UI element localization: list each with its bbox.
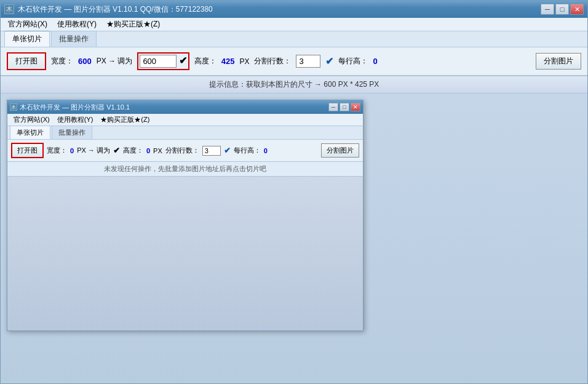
inner-area: 木 木石软件开发 — 图片分割器 V1.10.1 ─ □ ✕ 官方网站(X) 使… [1,94,587,383]
outer-menu-bar: 官方网站(X) 使用教程(Y) ★购买正版★(Z) [1,18,587,31]
outer-title-icon: 木 [4,4,14,14]
inner-row-height-label: 每行高： [234,146,261,155]
outer-menu-website[interactable]: 官方网站(X) [3,18,52,31]
inner-minimize-button[interactable]: ─ [328,103,338,111]
outer-window: 木 木石软件开发 — 图片分割器 V1.10.1 QQ/微信：577122380… [0,0,588,384]
outer-minimize-button[interactable]: ─ [541,4,554,15]
outer-row-height-value: 0 [373,57,377,66]
inner-title-left: 木 木石软件开发 — 图片分割器 V1.10.1 [10,103,130,112]
outer-width-value: 600 [78,57,92,66]
inner-menu-bar: 官方网站(X) 使用教程(Y) ★购买正版★(Z) [7,114,363,126]
outer-width-input[interactable] [140,55,177,68]
inner-menu-website[interactable]: 官方网站(X) [10,114,54,125]
outer-title-bar: 木 木石软件开发 — 图片分割器 V1.10.1 QQ/微信：577122380… [1,1,587,18]
outer-px-arrow: PX → 调为 [97,56,133,66]
outer-title-text: 木石软件开发 — 图片分割器 V1.10.1 QQ/微信：577122380 [18,4,213,15]
outer-open-button[interactable]: 打开图 [7,52,46,70]
outer-tab-batch[interactable]: 批量操作 [51,31,97,47]
outer-toolbar: 打开图 宽度： 600 PX → 调为 ✔ 高度： 425 PX 分割行数： ✔… [1,47,587,76]
inner-width-value: 0 [70,147,74,154]
inner-title-controls: ─ □ ✕ [328,103,360,111]
inner-title-bar: 木 木石软件开发 — 图片分割器 V1.10.1 ─ □ ✕ [7,100,363,114]
inner-restore-button[interactable]: □ [340,103,349,111]
inner-title-text-span: 木石软件开发 — 图片分割器 V1.10.1 [20,103,130,112]
inner-open-button[interactable]: 打开图 [11,143,44,158]
outer-menu-buy[interactable]: ★购买正版★(Z) [101,18,165,31]
outer-split-check-mark: ✔ [325,55,333,67]
inner-status-bar: 未发现任何操作，先批量添加图片地址后再点击切片吧 [7,162,363,177]
inner-split-count-input[interactable] [202,146,221,156]
inner-tab-bar: 单张切片 批量操作 [7,126,363,140]
inner-menu-tutorial[interactable]: 使用教程(Y) [54,114,97,125]
outer-height-value: 425 [221,57,235,66]
outer-close-button[interactable]: ✕ [570,4,584,15]
inner-close-button[interactable]: ✕ [351,103,360,111]
inner-check-mark: ✔ [113,146,120,155]
inner-title-icon: 木 [10,103,17,111]
inner-split-count-label: 分割行数： [165,146,199,155]
outer-title-controls: ─ □ ✕ [541,4,584,15]
outer-row-height-label: 每行高： [338,56,368,66]
inner-height-label: 高度： [123,146,143,155]
inner-height-value: 0 [146,147,150,154]
inner-status-text: 未发现任何操作，先批量添加图片地址后再点击切片吧 [104,165,266,172]
outer-restore-button[interactable]: □ [555,4,569,15]
outer-split-button[interactable]: 分割图片 [536,53,581,70]
inner-height-px: PX [153,147,162,154]
outer-status-bar: 提示信息：获取到本图片的尺寸 → 600 PX * 425 PX [1,76,587,94]
inner-split-check-mark: ✔ [224,146,231,155]
inner-window: 木 木石软件开发 — 图片分割器 V1.10.1 ─ □ ✕ 官方网站(X) 使… [7,100,364,331]
outer-height-px: PX [239,57,249,66]
outer-status-text: 提示信息：获取到本图片的尺寸 → 600 PX * 425 PX [209,80,379,89]
outer-input-container: ✔ [137,52,189,70]
inner-content-area [7,177,363,330]
inner-row-height-value: 0 [264,147,268,154]
outer-tab-bar: 单张切片 批量操作 [1,31,587,47]
inner-toolbar: 打开图 宽度： 0 PX → 调为 ✔ 高度： 0 PX 分割行数： ✔ 每行高… [7,140,363,162]
outer-tab-single[interactable]: 单张切片 [4,31,50,47]
outer-split-count-input[interactable] [296,55,320,68]
outer-menu-tutorial[interactable]: 使用教程(Y) [52,18,101,31]
outer-split-count-label: 分割行数： [254,56,291,66]
inner-tab-batch[interactable]: 批量操作 [52,126,92,139]
inner-menu-buy[interactable]: ★购买正版★(Z) [97,114,153,125]
inner-tab-single[interactable]: 单张切片 [10,126,50,139]
outer-title-left: 木 木石软件开发 — 图片分割器 V1.10.1 QQ/微信：577122380 [4,4,213,15]
outer-check-mark: ✔ [179,55,187,66]
outer-width-label: 宽度： [51,56,73,66]
outer-height-label: 高度： [194,56,217,66]
inner-split-button[interactable]: 分割图片 [321,143,359,158]
inner-px-arrow: PX → 调为 [77,146,110,155]
inner-width-label: 宽度： [47,146,67,155]
